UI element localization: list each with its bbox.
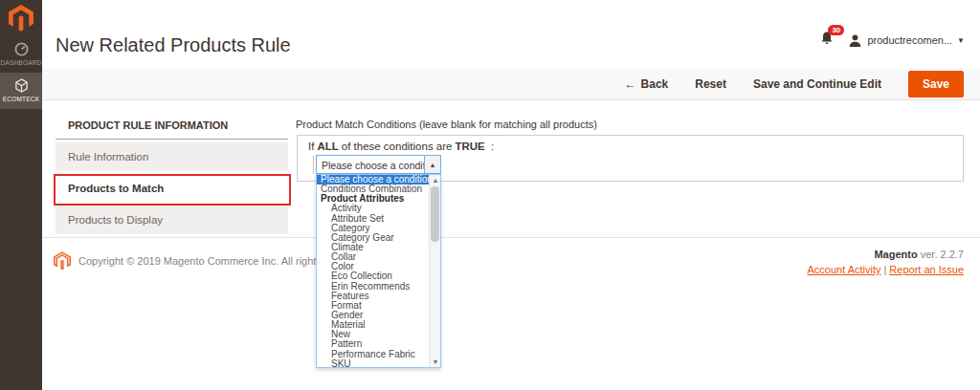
sidebar-item-label: DASHBOARD bbox=[1, 59, 42, 66]
magento-footer-logo-icon bbox=[54, 251, 71, 271]
aggregator-selector[interactable]: ALL bbox=[317, 141, 338, 152]
dropdown-option[interactable]: SKU bbox=[317, 359, 440, 368]
magento-logo-icon bbox=[9, 5, 33, 32]
reset-button[interactable]: Reset bbox=[695, 77, 726, 91]
save-button[interactable]: Save bbox=[908, 71, 964, 98]
dropdown-option[interactable]: Pattern bbox=[317, 339, 440, 349]
condition-tree-line bbox=[313, 156, 314, 174]
dashboard-gauge-icon bbox=[14, 42, 29, 56]
nav-item-products-to-display[interactable]: Products to Display bbox=[56, 206, 288, 234]
page-title: New Related Products Rule bbox=[56, 34, 291, 56]
magento-logo[interactable] bbox=[0, 0, 42, 36]
report-issue-link[interactable]: Report an Issue bbox=[889, 264, 964, 275]
footer-right: Magento ver. 2.2.7 Account Activity|Repo… bbox=[807, 249, 964, 275]
scroll-down-icon[interactable]: ▼ bbox=[430, 357, 441, 367]
value-selector[interactable]: TRUE bbox=[455, 141, 484, 152]
header-actions: 30 productrecomen... ▼ bbox=[819, 31, 965, 50]
notification-count-badge: 30 bbox=[828, 25, 844, 35]
version-text: Magento ver. 2.2.7 bbox=[807, 249, 964, 260]
chevron-down-icon: ▼ bbox=[957, 36, 965, 45]
back-arrow-icon: ← bbox=[625, 77, 636, 91]
sidebar-item-ecomteck[interactable]: ECOMTECK bbox=[0, 73, 42, 109]
notifications-button[interactable]: 30 bbox=[819, 31, 835, 50]
sidebar: DASHBOARD ECOMTECK bbox=[0, 0, 42, 390]
cube-icon bbox=[14, 78, 29, 93]
nav-panel-header: PRODUCT RULE INFORMATION bbox=[56, 113, 288, 140]
scrollbar-thumb[interactable] bbox=[431, 186, 439, 242]
select-arrow-icon[interactable]: ▲ bbox=[424, 156, 440, 173]
username: productrecomen... bbox=[867, 34, 952, 46]
condition-select[interactable]: Please choose a condition to add. ▲ bbox=[316, 155, 441, 174]
condition-dropdown-list: Please choose a condition to add. Condit… bbox=[316, 174, 441, 368]
account-activity-link[interactable]: Account Activity bbox=[807, 264, 880, 275]
dropdown-scrollbar[interactable]: ▲ ▼ bbox=[429, 175, 440, 367]
nav-item-rule-information[interactable]: Rule Information bbox=[56, 142, 288, 171]
user-menu[interactable]: productrecomen... ▼ bbox=[848, 33, 965, 48]
back-button[interactable]: ←Back bbox=[625, 77, 669, 91]
sidebar-item-label: ECOMTECK bbox=[3, 96, 39, 102]
nav-item-products-to-match[interactable]: Products to Match bbox=[56, 174, 288, 203]
scroll-up-icon[interactable]: ▲ bbox=[430, 175, 441, 185]
footer-divider bbox=[42, 237, 980, 238]
user-avatar-icon bbox=[848, 33, 862, 48]
condition-select-value: Please choose a condition to add. bbox=[317, 156, 424, 173]
product-match-conditions-label: Product Match Conditions (leave blank fo… bbox=[296, 119, 597, 130]
condition-sentence: IfALLof these conditions areTRUE : bbox=[308, 141, 494, 152]
sidebar-item-dashboard[interactable]: DASHBOARD bbox=[0, 36, 42, 73]
product-rule-nav: PRODUCT RULE INFORMATION Rule Informatio… bbox=[56, 113, 288, 234]
save-and-continue-button[interactable]: Save and Continue Edit bbox=[753, 77, 881, 91]
action-toolbar: ←Back Reset Save and Continue Edit Save bbox=[42, 69, 980, 100]
